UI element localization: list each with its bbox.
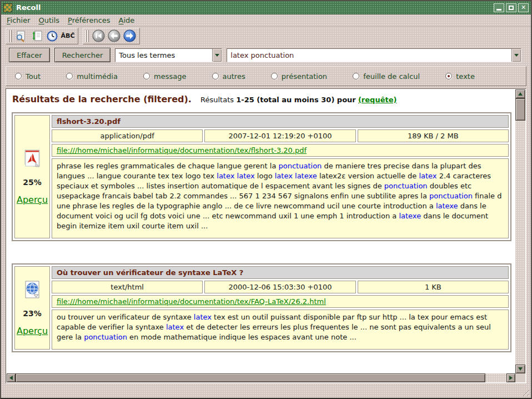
snippet-text: ou trouver un verificateur de syntaxe xyxy=(57,313,194,321)
filter-option-autres[interactable]: autres xyxy=(212,72,245,81)
radio-icon[interactable] xyxy=(15,73,22,79)
toolbar-handle[interactable] xyxy=(85,30,89,42)
results-panel: Résultats de la recherche (filtered). Ré… xyxy=(6,88,526,383)
search-mode-select[interactable]: Tous les termes xyxy=(115,48,222,62)
highlighted-term: latex xyxy=(194,313,212,321)
search-mode-value: Tous les termes xyxy=(116,51,212,59)
arrow-left-icon xyxy=(9,376,13,380)
chevron-down-icon xyxy=(215,54,219,57)
arrow-right-icon xyxy=(509,376,513,380)
query-details-link[interactable]: (requête) xyxy=(358,96,397,104)
radio-icon[interactable] xyxy=(143,73,150,79)
filter-label: texte xyxy=(456,72,475,81)
result-size-cell: 1 KB xyxy=(358,281,509,293)
next-page-button[interactable] xyxy=(122,29,137,43)
filter-option-texte[interactable]: texte xyxy=(445,72,475,81)
result-details: flshort-3.20.pdfapplication/pdf2007-12-0… xyxy=(52,115,509,238)
horizontal-scrollbar-track[interactable] xyxy=(16,373,506,382)
radio-icon[interactable] xyxy=(353,73,359,79)
sort-by-date-desc-button[interactable] xyxy=(44,29,60,43)
result-details: Où trouver un vérificateur de syntaxe La… xyxy=(52,266,509,350)
search-mode-dropdown-button[interactable] xyxy=(212,49,222,62)
relevance-percent: 25% xyxy=(23,178,42,187)
highlighted-term: ponctuation xyxy=(84,333,127,341)
term-explorer-button[interactable]: ÂBĈ xyxy=(60,29,76,43)
titlebar[interactable]: Recoll ✕ xyxy=(1,1,531,14)
query-history-dropdown-button[interactable] xyxy=(511,49,521,62)
highlighted-term: latexe xyxy=(399,212,421,220)
highlighted-term: latex xyxy=(419,172,436,180)
filter-option-message[interactable]: message xyxy=(143,72,186,81)
resize-grip[interactable] xyxy=(521,388,529,396)
menubar: FichierOutilsPréférencesAide xyxy=(1,14,531,27)
filter-label: Tout xyxy=(26,72,41,81)
maximize-button[interactable] xyxy=(506,3,516,12)
preview-link[interactable]: Aperçu xyxy=(17,194,48,205)
result-mime-cell: text/html xyxy=(52,281,203,293)
filter-option-multimedia[interactable]: multimédia xyxy=(66,72,118,81)
horizontal-scrollbar-thumb[interactable] xyxy=(16,373,485,382)
highlighted-term: ponctuation xyxy=(279,162,322,170)
result-mime-cell: application/pdf xyxy=(52,129,203,142)
first-page-button[interactable] xyxy=(91,29,106,43)
scroll-up-button[interactable] xyxy=(515,89,525,98)
result-size-cell: 189 KB / 2 MB xyxy=(358,129,509,142)
pdf-file-icon xyxy=(23,149,41,170)
filter-option-feuille-de-calcul[interactable]: feuille de calcul xyxy=(353,72,420,81)
menu-item-fichier[interactable]: Fichier xyxy=(7,16,31,24)
results-header: Résultats de la recherche (filtered). Ré… xyxy=(7,89,515,106)
highlighted-term: ponctuation xyxy=(384,182,428,190)
window-controls: ✕ xyxy=(494,3,529,12)
term-explorer-icon: ÂBĈ xyxy=(61,32,75,39)
scroll-down-button[interactable] xyxy=(515,365,525,373)
minimize-icon xyxy=(496,9,501,11)
result-snippet: ou trouver un verificateur de syntaxe la… xyxy=(52,310,509,350)
search-button[interactable]: Rechercher xyxy=(54,48,111,62)
vertical-scrollbar-thumb[interactable] xyxy=(515,98,525,121)
menu-item-preferences[interactable]: Préférences xyxy=(68,16,110,24)
document-sort-icon xyxy=(30,29,43,43)
filter-option-tout[interactable]: Tout xyxy=(15,72,41,81)
sort-by-date-button[interactable] xyxy=(29,29,44,43)
clear-button[interactable]: Effacer xyxy=(9,48,50,62)
radio-icon[interactable] xyxy=(445,73,452,79)
scroll-right-button[interactable] xyxy=(506,373,515,382)
result-meta-row: text/html2000-12-06 15:03:30 +01001 KB xyxy=(52,281,509,293)
result-date-cell: 2007-12-01 12:19:20 +0100 xyxy=(204,129,355,142)
search-result: 23%AperçuOù trouver un vérificateur de s… xyxy=(12,263,511,352)
clock-icon xyxy=(46,29,59,43)
filter-label: message xyxy=(154,72,186,81)
filter-label: multimédia xyxy=(77,72,118,81)
filter-label: présentation xyxy=(282,72,327,81)
show-query-details-button[interactable] xyxy=(13,29,29,43)
results-header-range: 1-25 (total au moins 30) pour xyxy=(236,96,356,104)
preview-link[interactable]: Aperçu xyxy=(17,326,48,336)
vertical-scrollbar[interactable] xyxy=(515,89,525,373)
filter-label: autres xyxy=(223,72,245,81)
previous-page-button[interactable] xyxy=(106,29,122,43)
menu-item-aide[interactable]: Aide xyxy=(119,16,135,24)
highlighted-term: latex xyxy=(166,323,184,331)
result-url-link[interactable]: file:///home/michael/informatique/docume… xyxy=(57,297,326,306)
toolbar-handle[interactable] xyxy=(8,30,12,42)
recoll-window: Recoll ✕ FichierOutilsPréférencesAide xyxy=(0,0,532,399)
result-snippet: phrase les regles grammaticales de chaqu… xyxy=(52,158,509,238)
radio-icon[interactable] xyxy=(271,73,278,79)
minimize-button[interactable] xyxy=(494,3,504,12)
filter-option-presentation[interactable]: présentation xyxy=(271,72,327,81)
horizontal-scrollbar[interactable] xyxy=(7,373,515,382)
radio-icon[interactable] xyxy=(212,73,219,79)
result-title: flshort-3.20.pdf xyxy=(52,115,509,128)
highlighted-term: ponctuation xyxy=(429,192,473,200)
scroll-left-button[interactable] xyxy=(7,373,16,382)
snippet-text: logo xyxy=(255,172,275,180)
highlighted-term: latexe xyxy=(295,172,317,180)
category-filter-bar: Toutmultimédiamessageautresprésentationf… xyxy=(6,66,526,86)
radio-icon[interactable] xyxy=(66,73,73,79)
query-input[interactable]: latex ponctuation xyxy=(227,48,521,62)
menu-item-outils[interactable]: Outils xyxy=(39,16,60,24)
result-url-link[interactable]: file:///home/michael/informatique/docume… xyxy=(57,146,307,154)
close-button[interactable]: ✕ xyxy=(518,3,529,12)
results-header-label: Résultats xyxy=(200,96,234,104)
next-page-icon xyxy=(123,29,136,42)
